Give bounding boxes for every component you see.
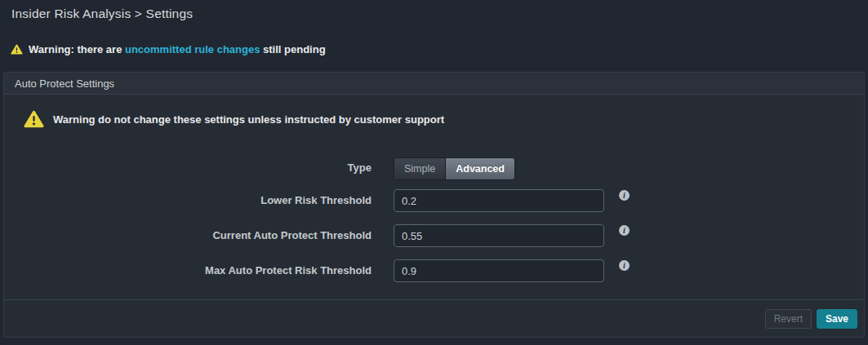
max-auto-protect-risk-threshold-input[interactable] [394,259,604,282]
lower-risk-threshold-input[interactable] [394,189,604,212]
type-simple-button[interactable]: Simple [394,158,446,179]
current-auto-protect-threshold-input[interactable] [394,224,604,247]
type-row: Type Simple Advanced [4,157,864,179]
info-icon[interactable]: i [619,260,630,271]
warning-icon [11,44,23,55]
support-warning-text: Warning do not change these settings unl… [53,113,444,126]
banner-suffix: still pending [260,43,325,55]
current-auto-protect-threshold-row: Current Auto Protect Threshold i [4,224,864,247]
support-warning: Warning do not change these settings unl… [24,110,444,128]
type-advanced-button[interactable]: Advanced [446,158,514,179]
save-button[interactable]: Save [817,309,857,329]
breadcrumb: Insider Risk Analysis > Settings [11,7,193,21]
settings-page: Insider Risk Analysis > Settings Warning… [0,0,868,345]
uncommitted-changes-banner: Warning: there are uncommitted rule chan… [11,42,326,56]
warning-icon [24,110,44,128]
lower-risk-threshold-label: Lower Risk Threshold [4,189,372,212]
type-toggle-group: Simple Advanced [394,157,515,180]
auto-protect-settings-panel: Auto Protect Settings Warning do not cha… [3,72,865,338]
lower-risk-threshold-row: Lower Risk Threshold i [4,189,864,212]
panel-header: Auto Protect Settings [4,73,864,95]
banner-prefix: Warning: there are [29,43,125,55]
banner-text: Warning: there are uncommitted rule chan… [29,43,326,55]
panel-footer: Revert Save [4,299,864,337]
type-label: Type [4,157,372,179]
max-auto-protect-risk-threshold-row: Max Auto Protect Risk Threshold i [4,259,864,282]
panel-body: Warning do not change these settings unl… [4,95,864,299]
current-auto-protect-threshold-label: Current Auto Protect Threshold [4,224,372,247]
info-icon[interactable]: i [619,225,630,236]
revert-button[interactable]: Revert [765,309,812,329]
panel-title: Auto Protect Settings [15,77,114,90]
max-auto-protect-risk-threshold-label: Max Auto Protect Risk Threshold [4,259,372,282]
info-icon[interactable]: i [619,190,630,201]
uncommitted-rule-changes-link[interactable]: uncommitted rule changes [125,43,260,55]
